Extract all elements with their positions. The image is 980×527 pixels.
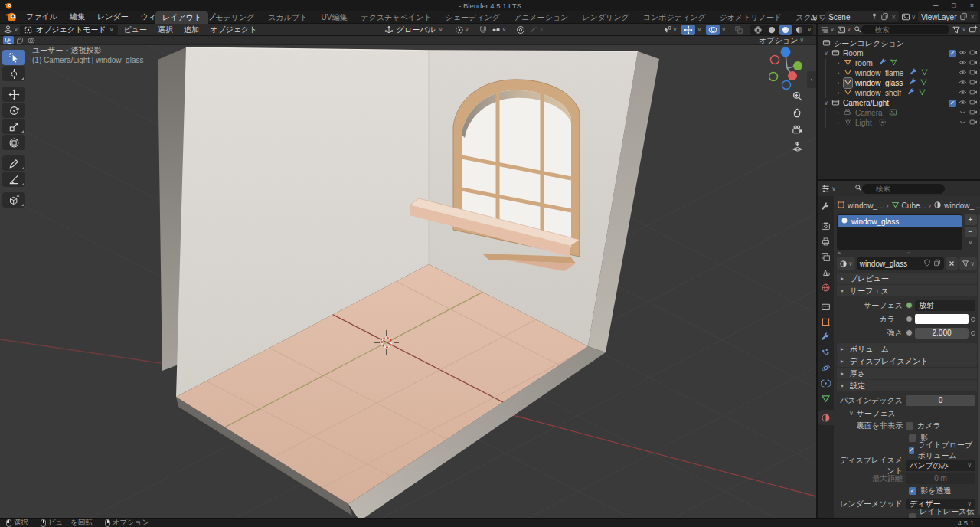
gizmo-x-neg[interactable] [771,56,779,64]
strength-slider[interactable]: 2.000 [915,328,969,339]
disable-render-icon[interactable] [969,118,978,128]
breadcrumb-object[interactable]: window_... [848,201,884,210]
subpanel-surface[interactable]: ∨ サーフェス [838,408,975,418]
zoom-button[interactable] [790,90,804,102]
menu-edit[interactable]: 編集 [64,11,91,23]
outliner-viewlayer-dropdown[interactable]: ∨ [837,25,851,34]
tab-physics[interactable] [818,360,834,375]
hide-eye-icon[interactable] [959,58,967,68]
unlink-material-button[interactable] [946,257,958,270]
tool-scale[interactable] [2,119,25,134]
transparent-shadow-checkbox[interactable]: ✓ [909,487,916,495]
remove-slot-button[interactable]: − [965,227,977,237]
shading-wireframe-button[interactable] [752,25,764,35]
light-data-icon[interactable] [878,118,887,128]
tool-move[interactable] [2,87,25,102]
xray-toggle[interactable] [732,25,746,35]
tab-world[interactable] [818,280,834,295]
properties-search-input[interactable] [862,184,945,194]
link-filter-button[interactable]: ∨ [959,257,977,270]
editor-type-button[interactable]: ∨ [3,25,18,34]
menu-view[interactable]: ビュー [119,25,152,35]
tab-shading[interactable]: シェーディング [439,11,507,24]
gizmo-y-axis[interactable] [793,61,802,70]
disable-render-icon[interactable] [969,48,978,58]
tab-uv-editing[interactable]: UV編集 [315,11,354,24]
expand-icon[interactable]: ∨ [822,50,830,57]
show-gizmo-toggle[interactable] [681,25,695,35]
tab-geometry-nodes[interactable]: ジオメトリノード [713,11,789,24]
nodetree-icon[interactable] [920,68,929,78]
add-slot-button[interactable]: + [965,214,977,225]
menu-object[interactable]: オブジェクト [205,25,261,35]
select-mode-subtract-button[interactable] [26,36,37,44]
background-image-icon[interactable] [889,108,897,118]
expand-icon[interactable]: › [835,90,842,97]
tab-layout[interactable]: レイアウト [155,11,208,24]
new-viewlayer-icon[interactable] [959,12,968,22]
disable-render-icon[interactable] [969,88,978,98]
gizmo-z-neg[interactable] [782,81,791,90]
tab-particles[interactable] [818,345,834,360]
outliner-row-scene-collection[interactable]: シーンコレクション [818,38,980,48]
snap-toggle[interactable] [476,25,490,35]
nodetree-icon[interactable] [918,88,926,98]
disable-render-icon[interactable] [969,78,978,88]
object-visibility-dropdown[interactable]: ∨ [663,25,678,34]
expand-icon[interactable]: ∨ [822,100,830,106]
tool-cursor[interactable] [2,66,25,81]
outliner-row-window-flame[interactable]: › window_flame [818,68,980,78]
hidden-eye-icon[interactable] [959,108,967,118]
panel-settings[interactable]: ▾ 設定 [837,380,977,391]
hide-eye-icon[interactable] [959,88,967,98]
gizmo-z-axis[interactable] [781,47,791,57]
tab-collection[interactable] [818,299,834,314]
tab-modifiers[interactable] [818,329,834,345]
shading-rendered-button[interactable] [793,25,805,35]
slot-specials-button[interactable]: ∨ [965,239,977,247]
modifier-icon[interactable] [910,68,918,78]
panel-volume[interactable]: ▸ ボリューム [837,343,977,355]
raytrace-transmission-checkbox[interactable]: ✓ [909,513,916,519]
pass-index-slider[interactable]: 0 [906,395,975,406]
surface-shader-button[interactable]: 放射 [915,300,975,311]
blender-menu-icon[interactable] [5,11,17,24]
tool-add-cube[interactable] [2,192,25,208]
disable-render-icon[interactable] [969,98,978,108]
gizmo-y-neg[interactable] [769,73,778,81]
tab-object-data[interactable] [818,391,834,406]
editor-type-button[interactable]: ∨ [821,184,836,194]
tab-rendering[interactable]: レンダリング [575,11,635,24]
tab-material[interactable] [818,410,834,425]
scene-name-field[interactable]: Scene × [825,11,899,22]
expand-icon[interactable]: › [835,60,842,67]
tool-measure[interactable] [2,172,25,187]
sidebar-toggle[interactable]: ‹ [807,71,816,88]
tool-options-dropdown[interactable]: オプション ∨ [759,36,813,46]
hide-eye-icon[interactable] [959,98,967,108]
modifier-icon[interactable] [879,58,887,68]
tab-object[interactable] [818,314,834,329]
hidden-eye-icon[interactable] [959,118,967,128]
navigation-gizmo[interactable] [769,47,805,90]
material-slot-selected[interactable]: window_glass [838,215,962,227]
expand-icon[interactable]: › [835,70,842,77]
outliner-display-mode-dropdown[interactable]: ∨ [820,25,835,34]
pan-hand-button[interactable] [790,106,804,119]
show-overlays-toggle[interactable] [706,25,720,35]
fake-user-shield-icon[interactable] [923,259,931,268]
outliner-row-collection-camera-light[interactable]: ∨ Camera/Light ✓ [818,98,980,108]
material-slot-list[interactable]: window_glass [837,214,962,250]
disable-render-icon[interactable] [969,58,978,68]
expand-icon[interactable]: › [835,110,842,116]
new-scene-icon[interactable] [880,12,889,22]
backface-probe-checkbox[interactable]: ✓ [909,447,914,454]
browse-material-button[interactable]: ∨ [837,257,855,270]
scene-canvas[interactable] [0,36,816,518]
viewport-3d[interactable]: オプション ∨ ユーザー・透視投影 (1) Camera/Light | win… [0,36,816,518]
tab-view-layer[interactable] [818,249,834,264]
tool-select-box[interactable] [2,50,25,65]
proportional-edit-toggle[interactable] [514,25,528,35]
hide-eye-icon[interactable] [959,68,967,78]
decorator-dot[interactable] [971,317,975,322]
